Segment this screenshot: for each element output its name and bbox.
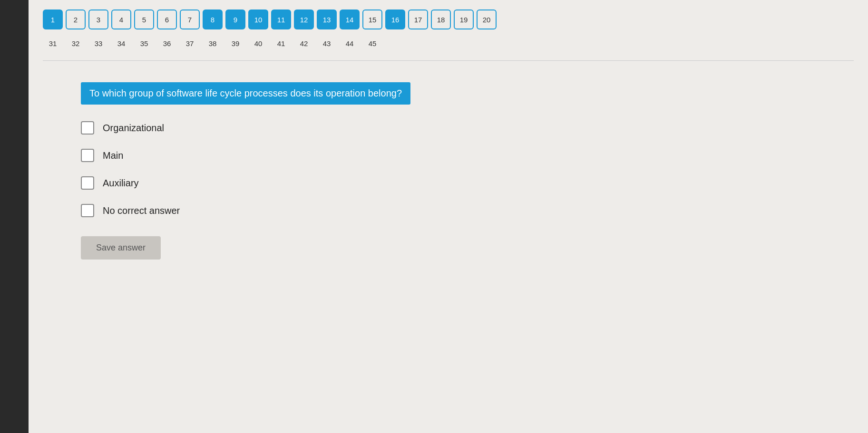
question-text: To which group of software life cycle pr…: [81, 82, 410, 105]
nav-btn-42[interactable]: 42: [294, 33, 314, 53]
option-item-opt4: No correct answer: [81, 204, 854, 217]
option-label-opt2: Main: [103, 150, 123, 161]
nav-btn-6[interactable]: 6: [157, 10, 177, 29]
nav-btn-20[interactable]: 20: [477, 10, 497, 29]
left-sidebar: [0, 0, 29, 433]
option-item-opt2: Main: [81, 149, 854, 162]
option-item-opt1: Organizational: [81, 121, 854, 135]
nav-btn-41[interactable]: 41: [271, 33, 291, 53]
nav-btn-10[interactable]: 10: [248, 10, 268, 29]
nav-btn-11[interactable]: 11: [271, 10, 291, 29]
question-section: To which group of software life cycle pr…: [43, 73, 854, 260]
nav-btn-37[interactable]: 37: [180, 33, 200, 53]
option-item-opt3: Auxiliary: [81, 176, 854, 190]
options-list: OrganizationalMainAuxiliaryNo correct an…: [81, 121, 854, 217]
nav-btn-33[interactable]: 33: [88, 33, 108, 53]
option-label-opt3: Auxiliary: [103, 178, 139, 189]
nav-btn-43[interactable]: 43: [317, 33, 337, 53]
nav-btn-7[interactable]: 7: [180, 10, 200, 29]
nav-btn-13[interactable]: 13: [317, 10, 337, 29]
nav-btn-18[interactable]: 18: [431, 10, 451, 29]
nav-btn-35[interactable]: 35: [134, 33, 154, 53]
divider: [43, 60, 854, 61]
nav-btn-16[interactable]: 16: [385, 10, 405, 29]
nav-btn-1[interactable]: 1: [43, 10, 63, 29]
nav-btn-15[interactable]: 15: [362, 10, 382, 29]
option-checkbox-opt2[interactable]: [81, 149, 94, 162]
option-label-opt1: Organizational: [103, 123, 164, 134]
option-checkbox-opt3[interactable]: [81, 176, 94, 190]
nav-btn-36[interactable]: 36: [157, 33, 177, 53]
nav-btn-17[interactable]: 17: [408, 10, 428, 29]
nav-btn-44[interactable]: 44: [340, 33, 360, 53]
nav-btn-3[interactable]: 3: [88, 10, 108, 29]
nav-row-1: 1234567891011121314151617181920: [43, 10, 854, 29]
nav-btn-12[interactable]: 12: [294, 10, 314, 29]
save-answer-button[interactable]: Save answer: [81, 236, 161, 260]
nav-row-2: 313233343536373839404142434445: [43, 33, 854, 53]
nav-btn-4[interactable]: 4: [111, 10, 131, 29]
nav-btn-32[interactable]: 32: [66, 33, 86, 53]
nav-btn-9[interactable]: 9: [225, 10, 245, 29]
option-label-opt4: No correct answer: [103, 205, 180, 216]
option-checkbox-opt4[interactable]: [81, 204, 94, 217]
nav-btn-19[interactable]: 19: [454, 10, 474, 29]
nav-btn-2[interactable]: 2: [66, 10, 86, 29]
nav-btn-34[interactable]: 34: [111, 33, 131, 53]
nav-btn-14[interactable]: 14: [340, 10, 360, 29]
question-navigation: 1234567891011121314151617181920 31323334…: [43, 10, 854, 53]
nav-btn-5[interactable]: 5: [134, 10, 154, 29]
main-content: 1234567891011121314151617181920 31323334…: [29, 0, 868, 433]
nav-btn-40[interactable]: 40: [248, 33, 268, 53]
nav-btn-38[interactable]: 38: [203, 33, 223, 53]
nav-btn-39[interactable]: 39: [225, 33, 245, 53]
nav-btn-31[interactable]: 31: [43, 33, 63, 53]
nav-btn-8[interactable]: 8: [203, 10, 223, 29]
option-checkbox-opt1[interactable]: [81, 121, 94, 135]
nav-btn-45[interactable]: 45: [362, 33, 382, 53]
